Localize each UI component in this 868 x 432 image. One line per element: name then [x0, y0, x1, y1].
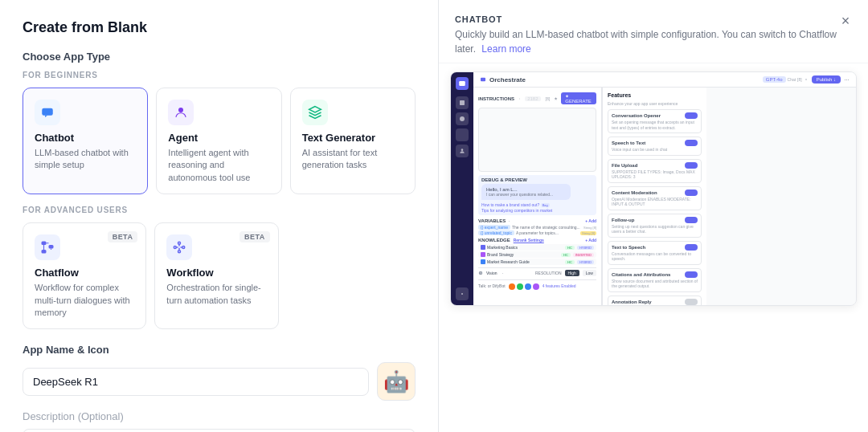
description-section: Description (Optional) [23, 410, 416, 432]
svg-point-7 [182, 247, 185, 249]
card-agent[interactable]: Agent Intelligent agent with reasoning a… [156, 88, 281, 194]
text-generator-icon [302, 100, 328, 125]
page-title: Create from Blank [23, 19, 416, 36]
card-text-generator[interactable]: Text Generator AI assistant for text gen… [290, 88, 416, 194]
advanced-card-grid: BETA Chatflow Workflow for complex multi… [23, 222, 416, 329]
svg-rect-9 [459, 81, 465, 86]
svg-point-11 [460, 116, 465, 121]
svg-rect-0 [42, 108, 53, 116]
app-name-label: App Name & Icon [23, 344, 416, 356]
learn-more-link[interactable]: Learn more [481, 43, 530, 55]
svg-point-1 [178, 108, 183, 112]
workflow-beta-badge: BETA [240, 231, 270, 242]
svg-rect-2 [42, 242, 47, 246]
card-chatbot[interactable]: Chatbot LLM-based chatbot with simple se… [23, 88, 148, 194]
workflow-card-title: Workflow [166, 267, 266, 279]
close-icon: × [841, 13, 850, 30]
svg-point-6 [178, 242, 181, 244]
preview-screenshot: Orchestrate GPT-4o Chat [8] Publish ↓ [450, 71, 857, 306]
app-icon-picker[interactable]: 🤖 [377, 362, 416, 401]
workflow-card-desc: Orchestration for single-turn automation… [166, 282, 266, 307]
chatflow-icon [35, 234, 60, 260]
chatbot-card-desc: LLM-based chatbot with simple setup [35, 147, 136, 172]
svg-point-16 [846, 79, 847, 79]
mini-features-panel: Features Enhance your app app user exper… [602, 88, 706, 305]
close-button[interactable]: × [834, 10, 857, 32]
svg-point-19 [519, 98, 520, 99]
text-gen-card-desc: AI assistant for text generation tasks [302, 147, 403, 172]
svg-rect-14 [481, 78, 485, 82]
svg-rect-4 [42, 250, 47, 254]
description-label: Description (Optional) [23, 410, 416, 422]
mini-main-editor: Orchestrate GPT-4o Chat [8] Publish ↓ [473, 72, 856, 305]
right-panel-title: CHATBOT [455, 14, 852, 24]
mini-ui-preview: Orchestrate GPT-4o Chat [8] Publish ↓ [451, 72, 856, 305]
svg-point-22 [502, 273, 503, 274]
app-name-input[interactable] [23, 368, 369, 396]
app-name-section: App Name & Icon 🤖 [23, 344, 416, 401]
choose-label: Choose App Type [23, 51, 416, 71]
chatbot-card-title: Chatbot [35, 132, 136, 144]
app-name-row: 🤖 [23, 362, 416, 401]
app-emoji-icon: 🤖 [383, 369, 409, 394]
chatbot-icon [35, 100, 60, 125]
mini-sidebar [451, 72, 473, 305]
chatflow-card-title: Chatflow [35, 267, 134, 279]
svg-rect-3 [49, 245, 54, 249]
text-gen-card-title: Text Generator [302, 132, 403, 144]
beginners-card-grid: Chatbot LLM-based chatbot with simple se… [23, 88, 416, 194]
svg-point-18 [848, 79, 849, 79]
right-panel: × CHATBOT Quickly build an LLM-based cha… [438, 0, 868, 432]
right-panel-header: CHATBOT Quickly build an LLM-based chatb… [439, 0, 868, 63]
preview-area: Orchestrate GPT-4o Chat [8] Publish ↓ [439, 63, 868, 314]
svg-point-8 [178, 251, 181, 253]
workflow-icon [166, 234, 192, 260]
description-textarea[interactable] [23, 429, 416, 432]
card-chatflow[interactable]: BETA Chatflow Workflow for complex multi… [23, 222, 146, 329]
modal-overlay: Create from Blank Choose App Type FOR BE… [0, 0, 868, 432]
svg-point-5 [174, 247, 177, 249]
svg-point-17 [845, 79, 845, 79]
svg-point-13 [461, 293, 463, 295]
agent-icon [168, 100, 194, 125]
agent-card-desc: Intelligent agent with reasoning and aut… [168, 147, 269, 184]
optional-label: (Optional) [78, 410, 124, 422]
modal-left-panel: Create from Blank Choose App Type FOR BE… [0, 0, 438, 432]
chatflow-beta-badge: BETA [108, 231, 138, 242]
svg-point-15 [805, 79, 807, 80]
svg-point-12 [461, 149, 464, 151]
svg-rect-10 [460, 100, 465, 105]
chatflow-card-desc: Workflow for complex multi-turn dialogue… [35, 282, 134, 319]
agent-card-title: Agent [168, 132, 269, 144]
card-workflow[interactable]: BETA Workflow Orchestration for single-t… [154, 222, 278, 329]
svg-point-20 [509, 221, 510, 222]
advanced-section-label: FOR ADVANCED USERS [23, 206, 416, 214]
right-panel-desc: Quickly build an LLM-based chatbot with … [455, 27, 852, 56]
beginners-section-label: FOR BEGINNERS [23, 71, 416, 79]
